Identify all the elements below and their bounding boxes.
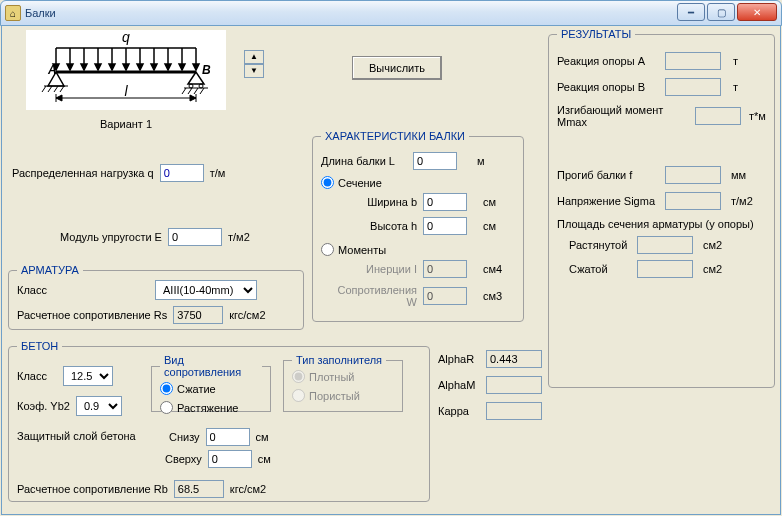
svg-line-38 (194, 88, 198, 94)
alpha-m-label: AlphaM (438, 379, 478, 391)
reaction-a-label: Реакция опоры A (557, 55, 661, 67)
dense-radio: Плотный (292, 370, 394, 383)
characteristics-group: ХАРАКТЕРИСТИКИ БАЛКИ Длина балки L м Сеч… (312, 130, 524, 322)
rs-output (173, 306, 223, 324)
rs-label: Расчетное сопротивление Rs (17, 309, 167, 321)
rebar-area-label: Площадь сечения арматуры (у опоры) (557, 218, 766, 230)
width-input[interactable] (423, 193, 467, 211)
height-unit: см (483, 220, 496, 232)
characteristics-legend: ХАРАКТЕРИСТИКИ БАЛКИ (321, 130, 469, 142)
svg-marker-4 (67, 64, 73, 70)
svg-line-37 (188, 88, 192, 94)
kappa-label: Карра (438, 405, 478, 417)
reaction-a-output (665, 52, 721, 70)
tension-radio[interactable]: Растяжение (160, 401, 262, 414)
q-unit: т/м (210, 167, 226, 179)
svg-marker-10 (109, 64, 115, 70)
variant-spinner[interactable]: ▲ ▼ (244, 50, 264, 78)
w-label: Сопротивления W (325, 284, 417, 308)
minimize-button[interactable]: ━ (677, 3, 705, 21)
alpha-m-output (486, 376, 542, 394)
results-group: РЕЗУЛЬТАТЫ Реакция опоры A т Реакция опо… (548, 28, 775, 388)
svg-marker-8 (95, 64, 101, 70)
svg-line-28 (48, 86, 52, 92)
compression-radio[interactable]: Сжатие (160, 382, 262, 395)
q-input[interactable] (160, 164, 204, 182)
svg-marker-44 (190, 95, 196, 101)
height-input[interactable] (423, 217, 467, 235)
width-unit: см (483, 196, 496, 208)
arm-class-select[interactable]: AIII(10-40mm) (155, 280, 257, 300)
length-label: Длина балки L (321, 155, 407, 167)
resistance-type-legend: Вид сопротивления (160, 354, 262, 378)
variant-label: Вариант 1 (26, 118, 226, 130)
inertia-label: Инерции I (351, 263, 417, 275)
window-title: Балки (25, 7, 56, 19)
svg-marker-16 (151, 64, 157, 70)
sigma-unit: т/м2 (731, 195, 753, 207)
reaction-a-unit: т (733, 55, 738, 67)
svg-line-29 (54, 86, 58, 92)
rs-unit: кгс/см2 (229, 309, 265, 321)
section-radio[interactable]: Сечение (321, 176, 515, 189)
resistance-type-group: Вид сопротивления Сжатие Растяжение (151, 354, 271, 412)
kappa-output (486, 402, 542, 420)
yb2-label: Коэф. Yb2 (17, 400, 70, 412)
svg-text:B: B (202, 63, 211, 77)
spinner-up[interactable]: ▲ (244, 50, 264, 64)
sigma-output (665, 192, 721, 210)
mmax-unit: т*м (749, 110, 766, 122)
reaction-b-label: Реакция опоры B (557, 81, 661, 93)
spinner-down[interactable]: ▼ (244, 64, 264, 78)
deflection-unit: мм (731, 169, 746, 181)
inertia-unit: см4 (483, 263, 502, 275)
beton-class-label: Класс (17, 370, 57, 382)
length-unit: м (477, 155, 485, 167)
cover-top-unit: см (258, 453, 271, 465)
alpha-r-label: AlphaR (438, 353, 478, 365)
svg-line-27 (42, 86, 46, 92)
armatura-group: АРМАТУРА Класс AIII(10-40mm) Расчетное с… (8, 264, 304, 330)
arm-class-label: Класс (17, 284, 67, 296)
beton-group: БЕТОН Класс 12.5 Коэф. Yb2 0.9 Вид сопро… (8, 340, 430, 502)
e-unit: т/м2 (228, 231, 250, 243)
svg-marker-18 (165, 64, 171, 70)
armatura-legend: АРМАТУРА (17, 264, 83, 276)
beam-diagram: q (26, 30, 226, 130)
w-unit: см3 (483, 290, 502, 302)
cover-top-input[interactable] (208, 450, 252, 468)
tension-area-unit: см2 (703, 239, 722, 251)
close-button[interactable]: ✕ (737, 3, 777, 21)
reaction-b-unit: т (733, 81, 738, 93)
titlebar: ⌂ Балки ━ ▢ ✕ (0, 0, 782, 26)
rb-label: Расчетное сопротивление Rb (17, 483, 168, 495)
length-input[interactable] (413, 152, 457, 170)
q-label: Распределенная нагрузка q (12, 167, 154, 179)
e-input[interactable] (168, 228, 222, 246)
deflection-label: Прогиб балки f (557, 169, 661, 181)
cover-bottom-input[interactable] (206, 428, 250, 446)
yb2-select[interactable]: 0.9 (76, 396, 122, 416)
cover-label: Защитный слой бетона (17, 430, 136, 442)
filler-type-group: Тип заполнителя Плотный Пористый (283, 354, 403, 412)
maximize-button[interactable]: ▢ (707, 3, 735, 21)
compression-area-output (637, 260, 693, 278)
svg-marker-20 (179, 64, 185, 70)
beton-class-select[interactable]: 12.5 (63, 366, 113, 386)
width-label: Ширина b (361, 196, 417, 208)
mmax-label: Изгибающий момент Mmax (557, 104, 691, 128)
svg-line-30 (60, 86, 64, 92)
svg-line-36 (182, 88, 186, 94)
reaction-b-output (665, 78, 721, 96)
load-symbol: q (122, 30, 130, 45)
compression-area-unit: см2 (703, 263, 722, 275)
deflection-output (665, 166, 721, 184)
svg-marker-14 (137, 64, 143, 70)
mmax-output (695, 107, 741, 125)
cover-bottom-unit: см (256, 431, 269, 443)
porous-radio: Пористый (292, 389, 394, 402)
svg-text:l: l (124, 83, 128, 99)
e-label: Модуль упругости E (60, 231, 162, 243)
moments-radio[interactable]: Моменты (321, 243, 515, 256)
calculate-button[interactable]: Вычислить (352, 56, 442, 80)
